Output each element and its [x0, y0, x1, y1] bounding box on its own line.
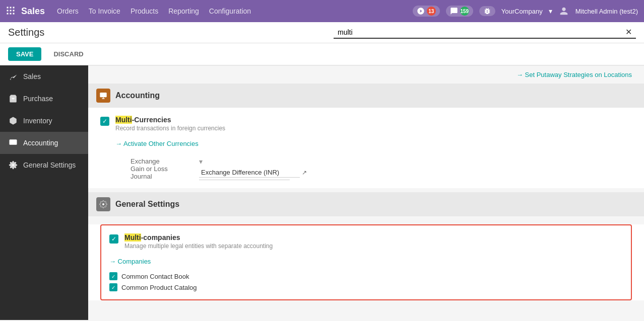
svg-rect-0	[7, 7, 9, 8]
common-contact-row: ✓ Common Contact Book	[109, 272, 623, 280]
activity-count: 13	[427, 7, 436, 16]
sidebar-general-label: General Settings	[23, 161, 76, 169]
svg-rect-2	[13, 7, 15, 8]
multi-currencies-label: Multi-Currencies	[115, 116, 632, 124]
menu-configuration[interactable]: Configuration	[209, 7, 251, 15]
putaway-link[interactable]: → Set Putaway Strategies on Locations	[517, 71, 632, 78]
general-section-header: General Settings	[88, 192, 644, 216]
sidebar-item-sales[interactable]: Sales	[0, 65, 88, 88]
general-section-title: General Settings	[115, 200, 179, 209]
topnav-right: 13 159 YourCompany ▾ Mitchell Admin (tes…	[413, 6, 638, 17]
general-settings: ✓ Multi-companies Manage multiple legal …	[88, 224, 644, 300]
chart-icon	[8, 71, 18, 82]
multi-companies-highlight-box: ✓ Multi-companies Manage multiple legal …	[100, 224, 632, 300]
bug-icon-badge[interactable]	[479, 6, 495, 16]
common-contact-checkbox[interactable]: ✓	[109, 272, 117, 280]
page-title: Settings	[8, 27, 334, 38]
sidebar-accounting-label: Accounting	[23, 139, 58, 147]
menu-products[interactable]: Products	[131, 7, 158, 15]
discard-button[interactable]: DISCARD	[45, 47, 91, 61]
svg-rect-6	[7, 13, 9, 14]
top-menu: Orders To Invoice Products Reporting Con…	[57, 7, 413, 15]
toolbar: SAVE DISCARD	[0, 43, 644, 65]
common-product-row: ✓ Common Product Catalog	[109, 283, 623, 291]
multi-companies-text: Multi-companies Manage multiple legal en…	[124, 233, 623, 250]
sidebar-item-purchase[interactable]: Purchase	[0, 88, 88, 110]
svg-rect-10	[10, 139, 17, 145]
multi-companies-label: Multi-companies	[124, 233, 623, 242]
activity-badge[interactable]: 13	[413, 6, 440, 17]
svg-point-17	[102, 203, 104, 205]
sidebar-item-general[interactable]: General Settings	[0, 154, 88, 176]
sidebar-inventory-label: Inventory	[23, 117, 52, 125]
multi-companies-item: ✓ Multi-companies Manage multiple legal …	[109, 233, 623, 250]
company-name[interactable]: YourCompany	[501, 8, 543, 15]
main-layout: Sales Purchase Inventory Accounting Gene…	[0, 65, 644, 320]
companies-link[interactable]: → Companies	[109, 258, 151, 265]
exchange-dropdown-arrow: ▾	[199, 157, 307, 166]
putaway-link-section: → Set Putaway Strategies on Locations	[88, 65, 644, 84]
journal-value: Exchange Difference (INR)	[199, 168, 300, 178]
settings-header: Settings ✕	[0, 22, 644, 43]
top-navigation: Sales Orders To Invoice Products Reporti…	[0, 0, 644, 22]
common-product-checkbox[interactable]: ✓	[109, 283, 117, 291]
common-contact-label: Common Contact Book	[121, 273, 189, 280]
exchange-label: Exchange	[131, 157, 191, 165]
sidebar-item-accounting[interactable]: Accounting	[0, 132, 88, 154]
common-product-label: Common Product Catalog	[121, 284, 197, 291]
exchange-field-row: Exchange Gain or Loss Journal ▾ Exchange…	[131, 157, 632, 180]
app-brand: Sales	[21, 6, 45, 17]
sidebar: Sales Purchase Inventory Accounting Gene…	[0, 65, 88, 320]
menu-orders[interactable]: Orders	[57, 7, 79, 15]
journal-label: Journal	[131, 173, 191, 180]
external-link-icon[interactable]: ↗	[302, 169, 307, 176]
accounting-icon	[8, 138, 18, 148]
box-icon	[8, 116, 18, 126]
svg-rect-3	[7, 10, 9, 11]
gear-icon	[8, 160, 18, 170]
multi-currencies-desc: Record transactions in foreign currencie…	[115, 125, 632, 132]
user-avatar-icon	[558, 6, 569, 17]
settings-content: → Set Putaway Strategies on Locations Ac…	[88, 65, 644, 320]
svg-rect-7	[10, 13, 12, 14]
sidebar-sales-label: Sales	[23, 72, 41, 81]
multi-companies-desc: Manage multiple legal entities with sepa…	[124, 243, 623, 250]
search-icon: ✕	[625, 27, 632, 37]
multi-currencies-checkbox[interactable]: ✓	[100, 117, 109, 126]
save-button[interactable]: SAVE	[8, 47, 41, 61]
search-bar: ✕	[334, 26, 636, 39]
multi-companies-checkbox[interactable]: ✓	[109, 234, 118, 244]
svg-rect-8	[13, 13, 15, 14]
activate-currencies-link[interactable]: → Activate Other Currencies	[115, 140, 199, 147]
journal-value-group: Exchange Difference (INR) ↗	[199, 168, 307, 178]
gain-loss-label: Gain or Loss	[131, 165, 191, 173]
general-section-icon	[96, 197, 110, 211]
svg-rect-14	[100, 93, 106, 97]
multi-currencies-item: ✓ Multi-Currencies Record transactions i…	[100, 116, 632, 132]
exchange-section: Exchange Gain or Loss Journal ▾ Exchange…	[131, 157, 632, 180]
menu-reporting[interactable]: Reporting	[168, 7, 199, 15]
messages-count: 159	[460, 7, 469, 16]
grid-icon[interactable]	[6, 6, 15, 17]
svg-rect-4	[10, 10, 12, 11]
accounting-section-title: Accounting	[115, 91, 160, 100]
accounting-settings: ✓ Multi-Currencies Record transactions i…	[88, 108, 644, 188]
svg-rect-5	[13, 10, 15, 11]
messages-badge[interactable]: 159	[446, 6, 473, 17]
accounting-section-header: Accounting	[88, 84, 644, 108]
cart-icon	[8, 94, 18, 104]
svg-rect-1	[10, 7, 12, 8]
user-name[interactable]: Mitchell Admin (test2)	[575, 8, 638, 15]
sidebar-item-inventory[interactable]: Inventory	[0, 110, 88, 132]
sidebar-purchase-label: Purchase	[23, 95, 53, 103]
menu-to-invoice[interactable]: To Invoice	[89, 7, 120, 15]
multi-currencies-text: Multi-Currencies Record transactions in …	[115, 116, 632, 132]
multi-currencies-row: ✓ Multi-Currencies Record transactions i…	[88, 108, 644, 188]
search-input[interactable]	[338, 28, 625, 36]
accounting-section-icon	[96, 89, 110, 103]
